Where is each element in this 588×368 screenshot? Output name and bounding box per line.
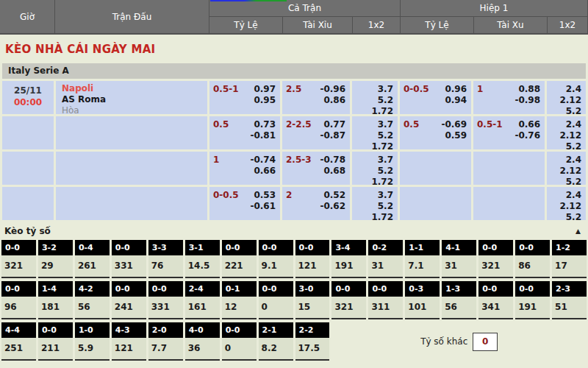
h1-1x2-odd[interactable]: 5.2: [550, 212, 581, 223]
ft-overunder-odd[interactable]: 0.52: [285, 190, 345, 201]
ft-1x2-odd[interactable]: 5.2: [355, 130, 393, 141]
score-odds[interactable]: 241: [112, 297, 146, 319]
score-odds[interactable]: 17: [552, 255, 587, 278]
score-odds[interactable]: 101: [405, 297, 440, 319]
score-odds[interactable]: 76: [148, 255, 183, 278]
score-odds[interactable]: 86: [515, 255, 550, 278]
h1-overunder-odd[interactable]: 0.88: [476, 84, 540, 95]
h1-1x2-odd[interactable]: 5.2: [550, 141, 581, 152]
home-team-name[interactable]: Napoli: [62, 83, 207, 94]
h1-handicap-odd[interactable]: 0.94: [403, 95, 467, 106]
ft-overunder-odd[interactable]: 0.86: [285, 95, 345, 106]
away-team-name[interactable]: AS Roma: [62, 94, 207, 105]
score-odds[interactable]: 161: [185, 297, 220, 319]
ft-overunder-odd[interactable]: 0.68: [285, 166, 345, 177]
score-odds[interactable]: 311: [368, 297, 403, 319]
score-odds[interactable]: 341: [478, 297, 513, 319]
score-label: 0-0: [38, 322, 73, 338]
ft-1x2-odds-column: 3.75.21.72: [355, 154, 393, 188]
score-odds[interactable]: 181: [38, 297, 73, 319]
h1-1x2-odd[interactable]: 2.4: [550, 155, 581, 166]
score-odds[interactable]: 7.1: [405, 255, 440, 278]
h1-1x2-odd[interactable]: 2.4: [550, 119, 581, 130]
h1-handicap-odd[interactable]: 0.59: [403, 130, 467, 141]
score-odds[interactable]: 121: [295, 255, 330, 278]
h1-overunder-odd[interactable]: -0.76: [476, 130, 540, 141]
ft-handicap-odd[interactable]: -0.74: [212, 155, 276, 166]
score-odds[interactable]: 36: [185, 338, 220, 361]
h1-1x2-odd[interactable]: 2.4: [550, 84, 581, 95]
score-odds[interactable]: 321: [478, 255, 513, 278]
score-odds[interactable]: 191: [515, 297, 550, 319]
ft-handicap-odd[interactable]: 0.66: [212, 166, 276, 177]
score-odds[interactable]: 321: [1, 255, 36, 278]
score-odds[interactable]: 15: [295, 297, 330, 319]
ft-1x2-odd[interactable]: 5.2: [355, 166, 393, 177]
score-odds[interactable]: 51: [552, 297, 587, 319]
score-odds[interactable]: 211: [38, 338, 73, 361]
ft-1x2-odd[interactable]: 3.7: [355, 155, 393, 166]
h1-1x2-cell: 2.42.125.2: [547, 152, 586, 185]
score-odds[interactable]: 0: [222, 338, 257, 361]
score-odds[interactable]: 331: [112, 255, 146, 278]
score-label: 2-2: [295, 322, 330, 338]
score-label: 1-0: [75, 322, 110, 338]
score-odds[interactable]: 56: [442, 297, 476, 319]
ft-overunder-odd[interactable]: -0.87: [285, 130, 345, 141]
ft-1x2-odd[interactable]: 3.7: [355, 119, 393, 130]
h1-1x2-odd[interactable]: 5.2: [550, 106, 581, 117]
score-odds[interactable]: 14.5: [185, 255, 220, 278]
score-odds[interactable]: 321: [331, 297, 366, 319]
col-header-h1-1x2: 1x2: [548, 17, 587, 33]
score-odds[interactable]: 221: [222, 255, 257, 278]
ft-overunder-odd[interactable]: -0.62: [285, 201, 345, 212]
col-header-ft-handicap: Tỷ Lệ: [209, 17, 282, 33]
col-header-ft-1x2: 1x2: [353, 17, 400, 33]
h1-1x2-odd[interactable]: 2.12: [550, 130, 581, 141]
score-odds[interactable]: 7.7: [148, 338, 183, 361]
ft-1x2-odd[interactable]: 5.2: [355, 95, 393, 106]
h1-1x2-odd[interactable]: 2.12: [550, 166, 581, 177]
ft-handicap-odd[interactable]: -0.81: [212, 130, 276, 141]
ft-handicap-odd[interactable]: -0.61: [212, 201, 276, 212]
other-score-input[interactable]: [473, 333, 498, 351]
ft-1x2-odd[interactable]: 1.72: [355, 141, 393, 152]
score-odds[interactable]: 56: [75, 297, 110, 319]
h1-overunder-cell: 0.5-10.66-0.76: [473, 116, 545, 149]
h1-overunder-odd[interactable]: -0.98: [476, 95, 540, 106]
score-odds[interactable]: 31: [368, 255, 403, 278]
ft-1x2-odd[interactable]: 1.72: [355, 212, 393, 223]
score-label: 3-0: [295, 281, 330, 297]
collapse-arrow-icon[interactable]: ▲: [576, 227, 581, 235]
h1-1x2-odd[interactable]: 2.12: [550, 95, 581, 106]
score-odds[interactable]: 261: [75, 255, 110, 278]
h1-1x2-odd[interactable]: 5.2: [550, 177, 581, 188]
ft-1x2-odd[interactable]: 5.2: [355, 201, 393, 212]
score-odds[interactable]: 8.2: [259, 338, 293, 361]
ft-overunder-cell: 2.5-3-0.780.68: [282, 152, 350, 185]
score-label: 0-0: [295, 240, 330, 255]
ft-handicap-line: 0-0.5: [213, 190, 239, 200]
h1-1x2-odd[interactable]: 2.4: [550, 190, 581, 201]
score-odds[interactable]: 31: [442, 255, 476, 278]
score-odds[interactable]: 191: [331, 255, 366, 278]
score-odds[interactable]: 121: [112, 338, 146, 361]
score-odds[interactable]: 9.1: [259, 255, 293, 278]
ft-1x2-odd[interactable]: 3.7: [355, 84, 393, 95]
score-odds[interactable]: 17.5: [295, 338, 330, 361]
match-teams-cell: [56, 152, 207, 185]
ft-1x2-odd[interactable]: 1.72: [355, 177, 393, 188]
score-odds[interactable]: 0: [259, 297, 293, 319]
match-time-cell: [2, 116, 54, 149]
score-odds[interactable]: 12: [222, 297, 257, 319]
h1-overunder-odds-column: 0.88-0.98: [476, 83, 540, 106]
score-odds[interactable]: 5.9: [75, 338, 110, 361]
score-odds[interactable]: 331: [148, 297, 183, 319]
h1-1x2-odd[interactable]: 2.12: [550, 201, 581, 212]
score-odds[interactable]: 29: [38, 255, 73, 278]
score-odds[interactable]: 251: [1, 338, 36, 361]
ft-1x2-odd[interactable]: 3.7: [355, 190, 393, 201]
ft-handicap-odd[interactable]: 0.95: [212, 95, 276, 106]
score-odds[interactable]: 96: [1, 297, 36, 319]
ft-1x2-odd[interactable]: 1.72: [355, 106, 393, 117]
